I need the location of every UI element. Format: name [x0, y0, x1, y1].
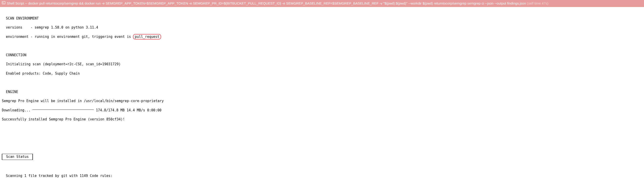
svg-rect-0	[2, 1, 5, 4]
output-blank	[2, 80, 644, 85]
output-line: Successfully installed Semgrep Pro Engin…	[2, 117, 644, 122]
output-line: Semgrep Pro Engine will be installed in …	[2, 99, 644, 103]
output-line: Scanning 1 file tracked by git with 1149…	[2, 174, 644, 178]
output-line: versions - semgrep 1.58.0 on python 3.11…	[2, 25, 644, 30]
pull-request-highlight: pull_request	[133, 34, 161, 40]
downloading-prefix: Downloading...	[2, 108, 32, 112]
output-line: Downloading... 174.8/174.8 MB 14.4 MB/s …	[2, 108, 644, 112]
progress-bar	[32, 110, 94, 110]
output-blank	[2, 126, 644, 131]
header-separator: --	[24, 1, 28, 5]
scan-status-box: Scan Status	[2, 154, 33, 160]
scan-status-row: Scan Status	[2, 154, 644, 160]
output-line: Initializing scan (deployment=r2c-CSE, s…	[2, 62, 644, 66]
output-blank	[2, 164, 644, 169]
output-blank	[2, 44, 644, 48]
output-line: ENGINE	[2, 90, 644, 94]
shell-script-header: Shell Script -- docker pull returntocorp…	[0, 0, 644, 7]
terminal-output: SCAN ENVIRONMENT versions - semgrep 1.58…	[0, 7, 644, 183]
shell-script-label: Shell Script	[7, 1, 24, 5]
output-blank	[2, 136, 644, 140]
output-blank	[2, 145, 644, 149]
shell-command: docker pull returntocorp/semgrep && dock…	[28, 1, 526, 5]
terminal-icon	[2, 1, 6, 4]
self-time: (self time 47s)	[527, 1, 548, 5]
output-line: Enabled products: Code, Supply Chain	[2, 71, 644, 76]
output-line: SCAN ENVIRONMENT	[2, 16, 644, 21]
output-line: CONNECTION	[2, 53, 644, 58]
env-prefix: environment - running in environment git…	[2, 35, 133, 39]
output-line: environment - running in environment git…	[2, 34, 644, 39]
downloading-stats: 174.8/174.8 MB 14.4 MB/s 0:00:00	[94, 108, 161, 112]
